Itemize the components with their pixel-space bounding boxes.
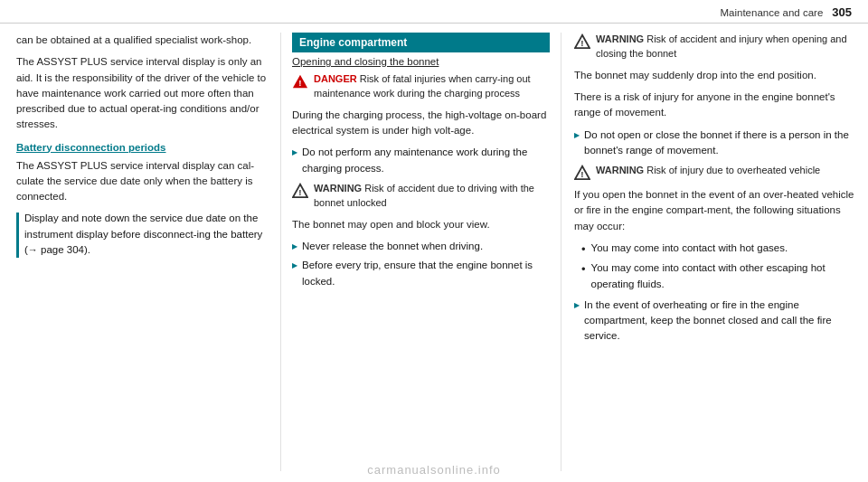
right-warning1-text: WARNING Risk of accident and injury when… bbox=[596, 33, 855, 61]
svg-text:!: ! bbox=[298, 78, 301, 88]
middle-column: Engine compartment Opening and closing t… bbox=[280, 33, 561, 471]
middle-arrow-list2: Never release the bonnet when driving. B… bbox=[292, 239, 550, 289]
right-arrow-item2: In the event of overheating or fire in t… bbox=[574, 298, 855, 345]
left-para3: The ASSYST PLUS service interval display… bbox=[16, 158, 268, 205]
middle-para1: During the charging process, the high-vo… bbox=[292, 108, 550, 139]
left-list-item1: Display and note down the service due da… bbox=[16, 211, 268, 258]
right-bullet1: You may come into contact with hot gases… bbox=[581, 241, 855, 259]
bar-indicator bbox=[16, 213, 19, 258]
svg-text:!: ! bbox=[298, 187, 301, 197]
danger-icon: ! bbox=[292, 73, 308, 90]
right-warning-icon2: ! bbox=[574, 165, 590, 181]
right-warning-box2: ! WARNING Risk of injury due to overheat… bbox=[574, 164, 855, 181]
middle-arrow-item2: Never release the bonnet when driving. bbox=[292, 239, 550, 254]
right-para1: The bonnet may suddenly drop into the en… bbox=[574, 68, 855, 83]
right-bullet-list: You may come into contact with hot gases… bbox=[581, 241, 855, 292]
warning-box1: ! WARNING Risk of accident due to drivin… bbox=[292, 182, 550, 211]
danger-text: DANGER Risk of fatal injuries when carry… bbox=[314, 72, 550, 101]
watermark: carmanualsonline.info bbox=[367, 463, 500, 477]
left-para1: can be obtained at a qualified specialis… bbox=[16, 33, 268, 48]
left-column: can be obtained at a qualified specialis… bbox=[0, 33, 280, 471]
right-warning-box1: ! WARNING Risk of accident and injury wh… bbox=[574, 33, 855, 61]
right-arrow-list1: Do not open or close the bonnet if there… bbox=[574, 128, 855, 159]
right-arrow-list2: In the event of overheating or fire in t… bbox=[574, 298, 855, 345]
warning-icon1: ! bbox=[292, 183, 308, 199]
left-para2: The ASSYST PLUS service interval display… bbox=[16, 54, 268, 132]
battery-section-title: Battery disconnection periods bbox=[16, 142, 268, 153]
right-para2: There is a risk of injury for anyone in … bbox=[574, 90, 855, 121]
svg-text:!: ! bbox=[580, 38, 583, 48]
right-arrow-item1: Do not open or close the bonnet if there… bbox=[574, 128, 855, 159]
page-header: Maintenance and care 305 bbox=[0, 0, 868, 24]
svg-text:!: ! bbox=[580, 170, 583, 180]
section-label: Maintenance and care bbox=[720, 7, 823, 18]
content-area: can be obtained at a qualified specialis… bbox=[0, 24, 868, 471]
page-number: 305 bbox=[832, 5, 852, 19]
middle-arrow-list1: Do not perform any maintenance work duri… bbox=[292, 145, 550, 176]
engine-header: Engine compartment bbox=[292, 33, 550, 52]
danger-box: ! DANGER Risk of fatal injuries when car… bbox=[292, 72, 550, 101]
right-para3: If you open the bonnet in the event of a… bbox=[574, 187, 855, 234]
left-bar-list: Display and note down the service due da… bbox=[16, 211, 268, 258]
middle-arrow-item3: Before every trip, ensure that the engin… bbox=[292, 258, 550, 289]
warning1-text: WARNING Risk of accident due to driving … bbox=[314, 182, 550, 211]
right-bullet2: You may come into contact with other esc… bbox=[581, 260, 855, 292]
right-warning-icon1: ! bbox=[574, 33, 590, 50]
middle-para2: The bonnet may open and block your view. bbox=[292, 217, 550, 232]
list-item1-text: Display and note down the service due da… bbox=[24, 211, 268, 258]
bonnet-subtitle: Opening and closing the bonnet bbox=[292, 56, 550, 67]
right-column: ! WARNING Risk of accident and injury wh… bbox=[561, 33, 868, 471]
right-warning2-text: WARNING Risk of injury due to overheated… bbox=[596, 164, 820, 178]
middle-arrow-item1: Do not perform any maintenance work duri… bbox=[292, 145, 550, 176]
